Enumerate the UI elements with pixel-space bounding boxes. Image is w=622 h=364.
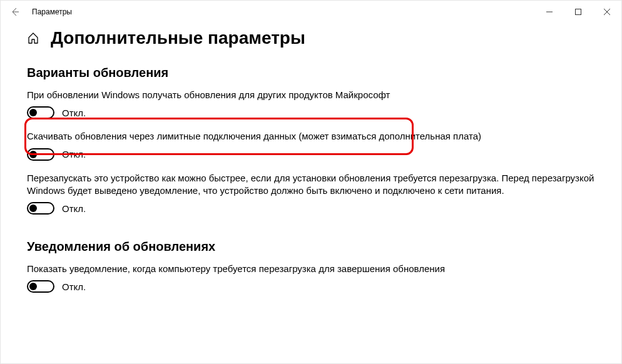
toggle-knob <box>29 205 37 212</box>
home-button[interactable] <box>27 32 39 44</box>
toggle-switch[interactable] <box>27 106 54 119</box>
toggle-switch[interactable] <box>27 148 54 161</box>
toggle-knob <box>29 151 37 158</box>
page-title: Дополнительные параметры <box>51 28 305 48</box>
back-button[interactable] <box>9 6 21 18</box>
page-header: Дополнительные параметры <box>27 28 595 48</box>
toggle-knob <box>29 109 37 116</box>
toggle-switch[interactable] <box>27 202 54 215</box>
setting-label: При обновлении Windows получать обновлен… <box>27 89 595 101</box>
setting-label: Показать уведомление, когда компьютеру т… <box>27 263 595 275</box>
toggle-state-label: Откл. <box>62 149 86 159</box>
setting-restart-notification: Показать уведомление, когда компьютеру т… <box>27 263 595 293</box>
setting-restart-asap: Перезапускать это устройство как можно б… <box>27 172 595 215</box>
toggle-state-label: Откл. <box>62 281 86 292</box>
maximize-button[interactable] <box>564 1 593 23</box>
svg-rect-2 <box>576 9 581 15</box>
window-controls <box>535 1 621 23</box>
toggle-row: Откл. <box>27 202 595 215</box>
toggle-state-label: Откл. <box>62 203 86 214</box>
toggle-row: Откл. <box>27 106 595 119</box>
setting-ms-products-updates: При обновлении Windows получать обновлен… <box>27 89 595 119</box>
toggle-row: Откл. <box>27 280 595 293</box>
minimize-button[interactable] <box>535 1 564 23</box>
section-update-options-title: Варианты обновления <box>27 66 595 80</box>
section-notifications-title: Уведомления об обновлениях <box>27 240 595 254</box>
toggle-row: Откл. <box>27 148 595 161</box>
toggle-knob <box>29 283 37 290</box>
titlebar: Параметры <box>1 1 621 23</box>
content-area: Дополнительные параметры Варианты обновл… <box>1 23 621 293</box>
setting-metered-connection: Скачивать обновления через лимитные подк… <box>27 130 595 160</box>
setting-label: Перезапускать это устройство как можно б… <box>27 172 595 198</box>
toggle-switch[interactable] <box>27 280 54 293</box>
close-button[interactable] <box>593 1 621 23</box>
toggle-state-label: Откл. <box>62 108 86 118</box>
window-title: Параметры <box>32 8 72 16</box>
setting-label: Скачивать обновления через лимитные подк… <box>27 130 595 143</box>
